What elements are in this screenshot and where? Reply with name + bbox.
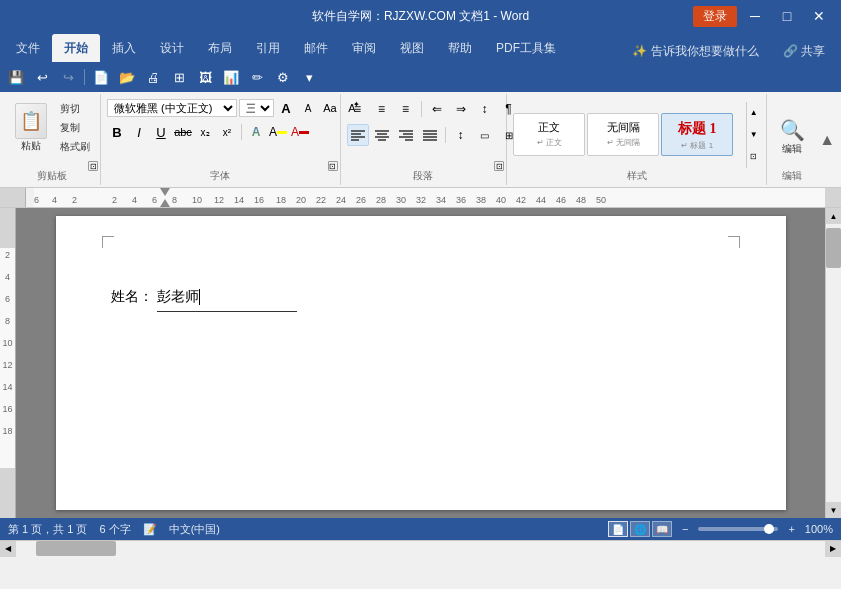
web-layout-button[interactable]: 🌐 bbox=[630, 521, 650, 537]
underline-button[interactable]: U bbox=[151, 122, 171, 142]
zoom-plus[interactable]: + bbox=[786, 523, 796, 535]
paste-button[interactable]: 📋 粘贴 bbox=[10, 100, 52, 156]
styles-scroll-down[interactable]: ▼ bbox=[747, 124, 760, 146]
ruler-indent-marker[interactable] bbox=[160, 188, 170, 196]
print-layout-button[interactable]: 📄 bbox=[608, 521, 628, 537]
qa-new-button[interactable]: 📄 bbox=[89, 65, 113, 89]
style-normal[interactable]: 正文 ↵ 正文 bbox=[513, 113, 585, 156]
restore-button[interactable]: □ bbox=[773, 2, 801, 30]
shading-button[interactable]: ▭ bbox=[474, 124, 496, 146]
style-heading1[interactable]: 标题 1 ↵ 标题 1 bbox=[661, 113, 733, 156]
scroll-thumb[interactable] bbox=[826, 228, 841, 268]
tab-references[interactable]: 引用 bbox=[244, 34, 292, 62]
read-mode-button[interactable]: 📖 bbox=[652, 521, 672, 537]
sort-button[interactable]: ↕ bbox=[474, 98, 496, 120]
hscroll-thumb[interactable] bbox=[36, 541, 116, 556]
font-color-button[interactable]: A bbox=[290, 122, 310, 142]
zoom-minus[interactable]: − bbox=[680, 523, 690, 535]
vruler-6: 12 bbox=[2, 360, 12, 370]
qa-image-button[interactable]: 🖼 bbox=[193, 65, 217, 89]
font-shrink-button[interactable]: A bbox=[298, 98, 318, 118]
line-spacing-button[interactable]: ↕ bbox=[450, 124, 472, 146]
document-page[interactable]: 姓名： 彭老师 bbox=[56, 216, 786, 510]
ruler-mark: 40 bbox=[496, 195, 506, 205]
tab-view[interactable]: 视图 bbox=[388, 34, 436, 62]
subscript-button[interactable]: x₂ bbox=[195, 122, 215, 142]
justify-button[interactable] bbox=[419, 124, 441, 146]
italic-button[interactable]: I bbox=[129, 122, 149, 142]
tab-pdf[interactable]: PDF工具集 bbox=[484, 34, 568, 62]
tab-file[interactable]: 文件 bbox=[4, 34, 52, 62]
align-right-button[interactable] bbox=[395, 124, 417, 146]
tab-design[interactable]: 设计 bbox=[148, 34, 196, 62]
increase-indent-button[interactable]: ⇒ bbox=[450, 98, 472, 120]
strikethrough-button[interactable]: abc bbox=[173, 122, 193, 142]
font-grow-button[interactable]: A bbox=[276, 98, 296, 118]
search-edit-button[interactable]: 🔍 编辑 bbox=[775, 115, 810, 159]
highlight-button[interactable]: A bbox=[268, 122, 288, 142]
minimize-button[interactable]: ─ bbox=[741, 2, 769, 30]
scroll-up-button[interactable]: ▲ bbox=[826, 208, 841, 224]
qa-dropdown-button[interactable]: ▾ bbox=[297, 65, 321, 89]
login-button[interactable]: 登录 bbox=[693, 6, 737, 27]
tab-review[interactable]: 审阅 bbox=[340, 34, 388, 62]
qa-draw-button[interactable]: ✏ bbox=[245, 65, 269, 89]
format-painter-button[interactable]: 格式刷 bbox=[56, 138, 94, 156]
qa-print-button[interactable]: 🖨 bbox=[141, 65, 165, 89]
scroll-right-button[interactable]: ▶ bbox=[825, 541, 841, 557]
tab-mail[interactable]: 邮件 bbox=[292, 34, 340, 62]
vertical-scrollbar[interactable]: ▲ ▼ bbox=[825, 208, 841, 518]
tell-me-box[interactable]: ✨ 告诉我你想要做什么 bbox=[624, 41, 766, 62]
decrease-indent-button[interactable]: ⇐ bbox=[426, 98, 448, 120]
text-effects-button[interactable]: A bbox=[246, 122, 266, 142]
hscroll-track[interactable] bbox=[16, 541, 825, 556]
tab-help[interactable]: 帮助 bbox=[436, 34, 484, 62]
case-button[interactable]: Aa bbox=[320, 98, 340, 118]
paragraph-label: 段落 bbox=[341, 169, 507, 183]
qa-chart-button[interactable]: 📊 bbox=[219, 65, 243, 89]
styles-scroll-up[interactable]: ▲ bbox=[747, 102, 760, 124]
zoom-slider[interactable] bbox=[698, 527, 778, 531]
page-content[interactable]: 姓名： 彭老师 bbox=[111, 284, 731, 312]
ribbon-content: 📋 粘贴 剪切 复制 格式刷 剪贴板 ⊡ 微软雅黑 (中文正文) 三号 bbox=[0, 92, 841, 188]
bold-button[interactable]: B bbox=[107, 122, 127, 142]
para-expand-icon[interactable]: ⊡ bbox=[494, 161, 504, 171]
font-expand-icon[interactable]: ⊡ bbox=[328, 161, 338, 171]
bullets-button[interactable]: ≡ bbox=[347, 98, 369, 120]
style-no-space[interactable]: 无间隔 ↵ 无间隔 bbox=[587, 113, 659, 156]
ruler-mark: 22 bbox=[316, 195, 326, 205]
scroll-track[interactable] bbox=[826, 224, 841, 502]
share-button[interactable]: 🔗 共享 bbox=[775, 41, 833, 62]
cut-button[interactable]: 剪切 bbox=[56, 100, 94, 118]
font-size-selector[interactable]: 三号 bbox=[239, 99, 274, 117]
clipboard-small-buttons: 剪切 复制 格式刷 bbox=[56, 100, 94, 156]
qa-undo-button[interactable]: ↩ bbox=[30, 65, 54, 89]
copy-button[interactable]: 复制 bbox=[56, 119, 94, 137]
qa-settings-button[interactable]: ⚙ bbox=[271, 65, 295, 89]
scroll-down-button[interactable]: ▼ bbox=[826, 502, 841, 518]
clipboard-expand-icon[interactable]: ⊡ bbox=[88, 161, 98, 171]
qa-redo-button[interactable]: ↪ bbox=[56, 65, 80, 89]
font-name-selector[interactable]: 微软雅黑 (中文正文) bbox=[107, 99, 237, 117]
horizontal-scrollbar[interactable]: ◀ ▶ bbox=[0, 540, 841, 556]
multilevel-button[interactable]: ≡ bbox=[395, 98, 417, 120]
align-left-button[interactable] bbox=[347, 124, 369, 146]
close-button[interactable]: ✕ bbox=[805, 2, 833, 30]
qa-open-button[interactable]: 📂 bbox=[115, 65, 139, 89]
document-scroll-area[interactable]: 姓名： 彭老师 bbox=[16, 208, 825, 518]
vruler-8: 16 bbox=[2, 404, 12, 414]
name-field[interactable]: 彭老师 bbox=[157, 284, 297, 312]
styles-expand-button[interactable]: ⊡ bbox=[747, 146, 760, 168]
numbering-button[interactable]: ≡ bbox=[371, 98, 393, 120]
tab-layout[interactable]: 布局 bbox=[196, 34, 244, 62]
tab-home[interactable]: 开始 bbox=[52, 34, 100, 62]
page-info: 第 1 页，共 1 页 bbox=[8, 522, 87, 537]
tab-insert[interactable]: 插入 bbox=[100, 34, 148, 62]
scroll-left-button[interactable]: ◀ bbox=[0, 541, 16, 557]
qa-table-button[interactable]: ⊞ bbox=[167, 65, 191, 89]
ruler-indent-marker-bottom[interactable] bbox=[160, 199, 170, 207]
align-center-button[interactable] bbox=[371, 124, 393, 146]
qa-save-button[interactable]: 💾 bbox=[4, 65, 28, 89]
superscript-button[interactable]: x² bbox=[217, 122, 237, 142]
ribbon-collapse[interactable]: ▲ bbox=[817, 94, 837, 185]
